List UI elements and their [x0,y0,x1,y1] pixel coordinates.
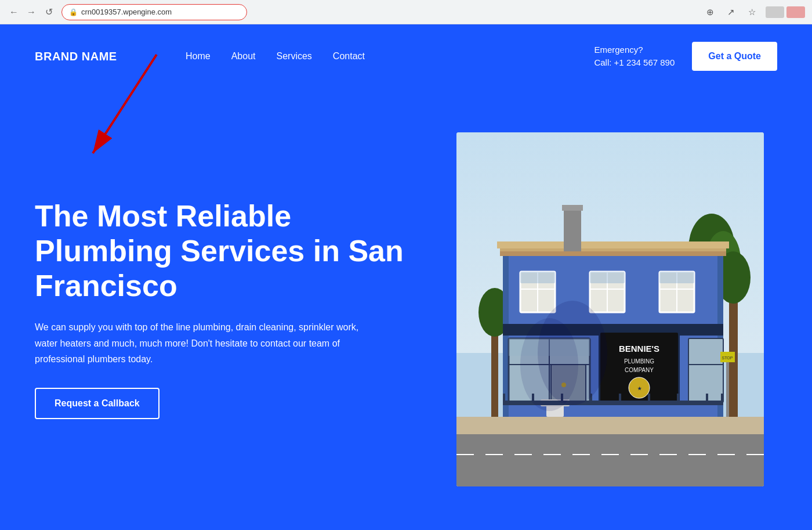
emergency-info: Emergency? Call: +1 234 567 890 [594,44,675,70]
svg-rect-34 [659,272,694,283]
address-bar[interactable]: 🔒 crn0019357.wpengine.com [61,4,247,20]
nav-about[interactable]: About [231,51,256,62]
building-svg: BENNIE'S PLUMBING COMPANY ★ [456,132,764,486]
svg-text:COMPANY: COMPANY [625,367,654,373]
svg-rect-5 [456,417,764,434]
svg-text:BENNIE'S: BENNIE'S [619,344,659,354]
svg-rect-48 [688,338,723,402]
svg-point-70 [520,318,578,411]
svg-rect-19 [562,205,583,211]
svg-rect-56 [726,353,729,417]
emergency-label: Emergency? [594,44,675,57]
svg-rect-71 [456,434,764,486]
svg-rect-68 [721,394,723,405]
svg-text:PLUMBING: PLUMBING [624,358,654,365]
emergency-phone: Call: +1 234 567 890 [594,56,675,70]
svg-rect-64 [619,394,621,405]
header-right: Emergency? Call: +1 234 567 890 Get a Qu… [594,42,777,71]
site-header: BRAND NAME Home About Services Contact E… [0,24,812,88]
hero-description: We can supply you with top of the line p… [35,319,360,367]
browser-nav-buttons: ← → ↺ [7,5,56,19]
back-button[interactable]: ← [7,5,21,19]
svg-text:STOP: STOP [722,356,733,360]
callback-button[interactable]: Request a Callback [35,388,160,419]
forward-button[interactable]: → [24,5,38,19]
profile-box-1 [766,6,784,18]
svg-rect-16 [497,241,729,248]
profile-box-2 [786,6,805,18]
nav-contact[interactable]: Contact [333,51,365,62]
svg-rect-60 [503,394,505,405]
svg-rect-29 [590,272,625,283]
svg-rect-66 [677,394,679,405]
share-button[interactable]: ↗ [723,4,739,20]
hero-image-box: BENNIE'S PLUMBING COMPANY ★ [456,132,764,486]
get-quote-button[interactable]: Get a Quote [692,42,777,71]
nav-home[interactable]: Home [186,51,211,62]
svg-rect-65 [648,394,650,405]
url-text: crn0019357.wpengine.com [81,8,172,16]
hero-content: The Most Reliable Plumbing Services in S… [35,199,443,419]
lock-icon: 🔒 [69,8,78,16]
brand-name: BRAND NAME [35,50,139,63]
nav-services[interactable]: Services [277,51,312,62]
svg-rect-24 [520,272,555,283]
bookmark-button[interactable]: ☆ [744,4,760,20]
browser-profile-area [766,6,805,18]
zoom-button[interactable]: ⊕ [702,4,718,20]
svg-rect-17 [500,251,726,256]
browser-chrome: ← → ↺ 🔒 crn0019357.wpengine.com ⊕ ↗ ☆ [0,0,812,24]
svg-text:★: ★ [637,386,642,391]
browser-actions: ⊕ ↗ ☆ [702,4,760,20]
hero-section: The Most Reliable Plumbing Services in S… [0,88,812,530]
svg-rect-67 [706,394,708,405]
website-content: BRAND NAME Home About Services Contact E… [0,24,812,530]
reload-button[interactable]: ↺ [42,5,56,19]
hero-image-area: BENNIE'S PLUMBING COMPANY ★ [443,132,777,486]
hero-title: The Most Reliable Plumbing Services in S… [35,199,420,303]
main-nav: Home About Services Contact [186,51,594,62]
svg-rect-18 [564,208,581,251]
